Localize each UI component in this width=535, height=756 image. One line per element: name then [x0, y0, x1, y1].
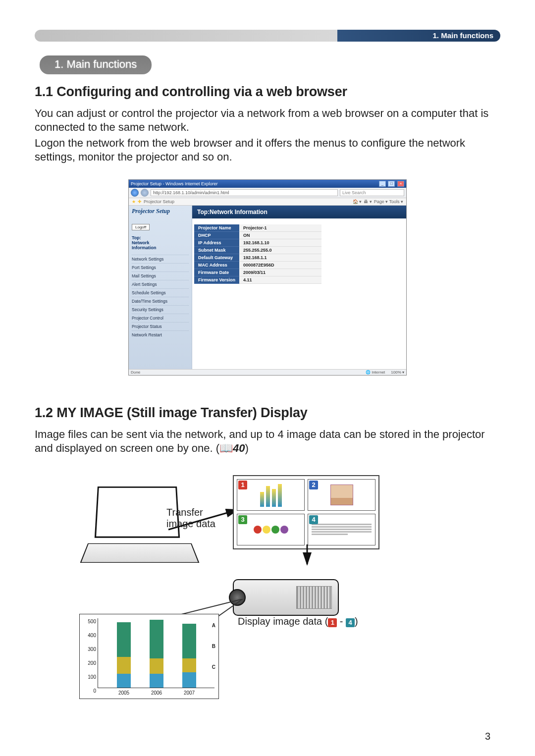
home-icon[interactable]: 🏠 ▾ [353, 199, 362, 204]
table-value: Projector-1 [239, 224, 321, 232]
browser-screenshot: Projector Setup - Windows Internet Explo… [128, 179, 407, 376]
table-value: 0000872E956D [239, 261, 321, 269]
table-row: IP Address192.168.1.10 [194, 239, 321, 246]
subsection-1-para-2: Logon the network from the web browser a… [35, 136, 500, 164]
page-number: 3 [485, 731, 490, 742]
table-key: Default Gateway [194, 254, 239, 261]
thumb-4: 4 [308, 514, 375, 545]
chart-bar-column [150, 620, 163, 688]
transfer-label-line2: image data [166, 518, 215, 530]
sidebar-item[interactable]: Network Restart [132, 330, 189, 339]
table-key: Subnet Mask [194, 246, 239, 254]
chart-ytick: 300 [84, 646, 96, 651]
status-zoom: 100% ▾ [391, 370, 404, 375]
sidebar-menu: Network SettingsPort SettingsMail Settin… [132, 255, 189, 339]
page-header-label: 1. Main functions [432, 31, 493, 40]
back-button[interactable] [131, 189, 139, 197]
sidebar-item[interactable]: Alert Settings [132, 280, 189, 288]
transfer-label: Transfer image data [166, 507, 215, 530]
webapp-sidebar: Projector Setup Logoff Top: Network Info… [129, 206, 192, 369]
browser-title-text: Projector Setup - Windows Internet Explo… [131, 181, 218, 186]
forward-button[interactable] [141, 189, 149, 197]
display-badge-1: 1 [328, 618, 337, 627]
chart-xcat: 2007 [184, 690, 195, 696]
display-label-prefix: Display image data ( [238, 616, 328, 627]
thumb-1: 1 [237, 479, 305, 511]
table-key: IP Address [194, 239, 239, 246]
page-header-bar: 1. Main functions [35, 30, 500, 42]
thumb-3: 3 [237, 514, 305, 545]
table-key: Projector Name [194, 224, 239, 232]
maximize-button[interactable]: □ [388, 181, 395, 187]
browser-tab[interactable]: Projector Setup [144, 199, 174, 204]
subsection-2-para: Image files can be sent via the network,… [35, 428, 500, 455]
minimize-button[interactable]: _ [379, 181, 386, 187]
table-value: 192.168.1.1 [239, 254, 321, 261]
browser-titlebar: Projector Setup - Windows Internet Explo… [129, 180, 406, 188]
status-zone: 🌐 Internet [366, 370, 385, 375]
thumb-badge-1: 1 [238, 481, 247, 489]
sidebar-item[interactable]: Projector Status [132, 322, 189, 330]
sidebar-current-line2: Network [132, 240, 189, 245]
chart-ytick: 100 [84, 674, 96, 679]
book-ref-icon: 📖 [219, 442, 233, 454]
sidebar-item[interactable]: Mail Settings [132, 271, 189, 280]
favorites-star-icon[interactable]: ★ [132, 199, 136, 204]
browser-favorites-bar: ★ ✚ Projector Setup 🏠 ▾ 🖶 ▾ Page ▾ Tools… [129, 198, 406, 206]
webapp-main: Top:Network Information Projector NamePr… [192, 206, 406, 369]
table-value: 255.255.255.0 [239, 246, 321, 254]
table-row: Projector NameProjector-1 [194, 224, 321, 232]
chart-series-label: A [212, 623, 215, 628]
chart-series-label: C [212, 664, 215, 670]
sidebar-item[interactable]: Security Settings [132, 305, 189, 314]
chart-xcat: 2005 [118, 690, 129, 696]
sidebar-item[interactable]: Schedule Settings [132, 288, 189, 297]
table-row: DHCPON [194, 231, 321, 239]
chart-ytick: 500 [84, 618, 96, 624]
sidebar-item[interactable]: Network Settings [132, 255, 189, 263]
print-icon[interactable]: 🖶 ▾ [364, 199, 372, 204]
sidebar-item[interactable]: Date/Time Settings [132, 297, 189, 305]
thumb-badge-2: 2 [309, 481, 318, 489]
subsection-1-title: 1.1 Configuring and controlling via a we… [35, 84, 500, 100]
table-value: ON [239, 231, 321, 239]
thumb-badge-3: 3 [238, 515, 247, 524]
subsection-2-para-suffix: ) [245, 442, 249, 454]
url-field[interactable]: http://192.168.1.10/admin/admin1.html [151, 189, 338, 196]
sidebar-item[interactable]: Projector Control [132, 314, 189, 322]
chart-bar-column [117, 622, 131, 688]
subsection-2-para-prefix: Image files can be sent via the network,… [35, 428, 485, 454]
toolbar-right[interactable]: Page ▾ Tools ▾ [374, 199, 403, 204]
table-row: Subnet Mask255.255.255.0 [194, 246, 321, 254]
table-key: Firmware Version [194, 276, 239, 283]
browser-status-bar: Done 🌐 Internet 100% ▾ [129, 369, 406, 375]
table-value: 2009/03/11 [239, 269, 321, 276]
image-thumbnails: 1 2 3 4 [233, 475, 379, 549]
section-pill: 1. Main functions [40, 55, 152, 74]
sidebar-current: Top: Network Information [132, 235, 189, 251]
sidebar-item[interactable]: Port Settings [132, 263, 189, 271]
transfer-label-line1: Transfer [166, 507, 215, 518]
sidebar-current-line3: Information [132, 245, 189, 250]
network-info-table: Projector NameProjector-1DHCPONIP Addres… [194, 224, 321, 284]
search-field[interactable]: Live Search [340, 189, 404, 196]
table-value: 192.168.1.10 [239, 239, 321, 246]
table-value: 4.11 [239, 276, 321, 283]
chart-bar-column [182, 624, 196, 688]
subsection-2-ref: 40 [233, 442, 245, 454]
logoff-button[interactable]: Logoff [132, 224, 150, 230]
add-favorite-icon[interactable]: ✚ [138, 199, 142, 204]
table-row: Firmware Version4.11 [194, 276, 321, 283]
projector-illustration [233, 564, 347, 624]
chart-series-label: B [212, 644, 215, 649]
chart-ytick: 400 [84, 632, 96, 638]
chart-ytick: 0 [84, 688, 96, 693]
browser-address-bar: http://192.168.1.10/admin/admin1.html Li… [129, 188, 406, 198]
webapp-brand: Projector Setup [132, 208, 189, 215]
table-key: DHCP [194, 231, 239, 239]
close-button[interactable]: × [397, 181, 404, 187]
subsection-1-para-1: You can adjust or control the projector … [35, 107, 500, 134]
sidebar-current-line1: Top: [132, 235, 189, 240]
thumb-2: 2 [308, 479, 375, 511]
myimage-diagram: Transfer image data 1 2 3 4 [79, 475, 456, 703]
